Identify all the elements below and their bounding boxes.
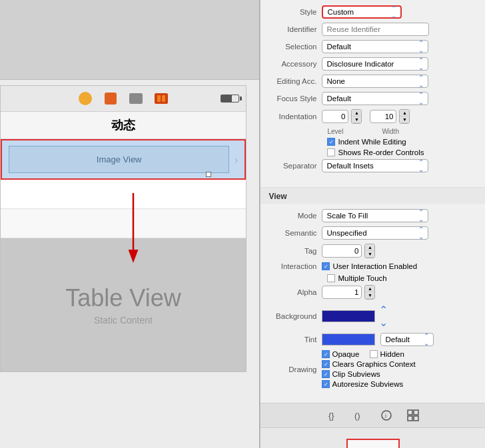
tint-label: Tint	[268, 336, 322, 343]
tag-stepper-up[interactable]: ▲	[365, 244, 374, 251]
image-view-inspector: ✳	[346, 439, 400, 448]
resize-handle[interactable]	[206, 172, 211, 177]
bottom-icon-2[interactable]: ()	[352, 407, 368, 423]
toolbar-icon-2[interactable]	[103, 91, 118, 106]
mode-dropdown[interactable]: Scale To Fill ⌃⌄	[322, 209, 428, 222]
tint-arrow: ⌃⌄	[424, 332, 429, 347]
semantic-dropdown[interactable]: Unspecified ⌃⌄	[322, 226, 428, 240]
toolbar-icon-1[interactable]	[78, 91, 93, 106]
editing-acc-dropdown[interactable]: None ⌃⌄	[322, 75, 428, 88]
indent-while-editing-row: Indent While Editing	[327, 138, 477, 146]
style-value: Custom ⌃⌄	[322, 5, 477, 19]
selection-value: Default ⌃⌄	[322, 40, 477, 53]
bottom-icon-4[interactable]	[405, 407, 421, 423]
phone-simulator: 动态 Image View › Table View Static Conten…	[0, 85, 246, 372]
style-dropdown[interactable]: Custom ⌃⌄	[322, 5, 402, 19]
bottom-icon-3[interactable]: i	[378, 407, 394, 423]
style-row: Style Custom ⌃⌄	[268, 5, 477, 19]
clip-subviews-checkbox[interactable]	[322, 370, 330, 378]
mode-value: Scale To Fill ⌃⌄	[322, 209, 477, 222]
tag-label: Tag	[268, 247, 322, 255]
alpha-input[interactable]	[322, 286, 362, 299]
opaque-checkbox[interactable]	[322, 350, 330, 358]
svg-point-4	[382, 411, 391, 420]
width-stepper-up[interactable]: ▲	[400, 110, 409, 116]
table-row-2[interactable]	[1, 209, 246, 238]
left-panel: 动态 Image View › Table View Static Conten…	[0, 0, 259, 448]
indentation-width-input[interactable]	[370, 110, 396, 123]
indentation-level-stepper[interactable]: ▲ ▼	[351, 109, 362, 124]
indentation-level-input[interactable]	[322, 110, 348, 123]
drawing-row: Drawing Opaque Hidden Clears Graphics Co…	[268, 350, 477, 388]
shows-reorder-checkbox[interactable]	[327, 148, 335, 156]
bottom-icon-1[interactable]: {}	[325, 407, 341, 423]
table-row-1[interactable]	[1, 180, 246, 209]
toolbar-icon-3[interactable]	[129, 91, 143, 106]
svg-text:{}: {}	[328, 411, 334, 421]
accessory-value: Disclosure Indicator ⌃⌄	[322, 57, 477, 71]
tint-row: Tint Default ⌃⌄	[268, 333, 477, 346]
alpha-stepper-down[interactable]: ▼	[365, 292, 374, 299]
width-stepper-down[interactable]: ▼	[400, 116, 409, 123]
autoresize-subviews-checkbox[interactable]	[322, 380, 330, 388]
svg-text:(): ()	[354, 411, 360, 421]
selection-dropdown[interactable]: Default ⌃⌄	[322, 40, 428, 53]
indent-while-editing-checkbox[interactable]	[327, 138, 335, 146]
identifier-value	[322, 23, 477, 36]
background-color-swatch[interactable]	[322, 310, 375, 322]
background-dropdown-arrow[interactable]: ⌃⌄	[379, 304, 388, 329]
background-value: ⌃⌄	[322, 304, 477, 329]
tint-dropdown[interactable]: Default ⌃⌄	[380, 333, 434, 346]
svg-rect-9	[414, 416, 418, 421]
semantic-value: Unspecified ⌃⌄	[322, 226, 477, 240]
indentation-width-stepper[interactable]: ▲ ▼	[399, 109, 410, 124]
accessory-dropdown[interactable]: Disclosure Indicator ⌃⌄	[322, 57, 428, 71]
clears-graphics-checkbox[interactable]	[322, 360, 330, 368]
tag-stepper[interactable]: ▲ ▼	[364, 244, 375, 258]
style-section: Style Custom ⌃⌄ Identifier Selection Def…	[260, 0, 485, 182]
toolbar-icon-4[interactable]	[154, 91, 169, 106]
table-row-selected[interactable]: Image View ›	[1, 139, 246, 180]
opaque-row: Opaque	[322, 350, 359, 358]
background-label: Background	[268, 312, 322, 320]
alpha-stepper[interactable]: ▲ ▼	[364, 285, 375, 300]
hidden-checkbox[interactable]	[370, 350, 378, 358]
separator-dropdown[interactable]: Default Insets ⌃⌄	[322, 159, 428, 172]
drawing-label: Drawing	[268, 365, 322, 373]
view-section-header: View	[260, 187, 485, 204]
mode-row: Mode Scale To Fill ⌃⌄	[268, 209, 477, 222]
alpha-stepper-up[interactable]: ▲	[365, 286, 374, 292]
stepper-up[interactable]: ▲	[352, 110, 361, 116]
image-view-inspector-area: ✳	[260, 428, 485, 448]
stepper-down[interactable]: ▼	[352, 116, 361, 123]
editing-acc-label: Editing Acc.	[268, 77, 322, 85]
accessory-arrow: ⌃⌄	[418, 57, 424, 71]
interaction-label: Interaction	[268, 262, 322, 270]
selection-arrow: ⌃⌄	[418, 39, 424, 54]
image-view-cell: Image View	[9, 146, 229, 173]
tint-color-swatch[interactable]	[322, 334, 375, 345]
multiple-touch-checkbox[interactable]	[327, 274, 335, 282]
selection-label: Selection	[268, 43, 322, 51]
user-interaction-checkbox[interactable]	[322, 262, 330, 270]
nav-title: 动态	[1, 112, 246, 139]
separator-value: Default Insets ⌃⌄	[322, 159, 477, 172]
focus-style-dropdown[interactable]: Default ⌃⌄	[322, 92, 428, 105]
focus-style-label: Focus Style	[268, 95, 322, 103]
drawing-value: Opaque Hidden Clears Graphics Context Cl…	[322, 350, 477, 388]
tag-input[interactable]	[322, 244, 362, 258]
row-disclosure-arrow: ›	[235, 154, 238, 165]
clears-graphics-row: Clears Graphics Context	[322, 360, 415, 368]
shows-reorder-row: Shows Re-order Controls	[327, 148, 477, 156]
identifier-input[interactable]	[322, 23, 429, 36]
selection-row: Selection Default ⌃⌄	[268, 40, 477, 53]
mode-arrow: ⌃⌄	[418, 208, 424, 223]
svg-rect-7	[414, 410, 418, 415]
style-dropdown-arrow: ⌃⌄	[391, 5, 396, 19]
separator-arrow: ⌃⌄	[418, 158, 424, 173]
right-panel: Style Custom ⌃⌄ Identifier Selection Def…	[260, 0, 485, 448]
identifier-row: Identifier	[268, 23, 477, 36]
tag-stepper-down[interactable]: ▼	[365, 251, 374, 258]
indentation-sublabels: Level Width	[327, 128, 477, 135]
table-section: Image View ›	[1, 139, 246, 238]
